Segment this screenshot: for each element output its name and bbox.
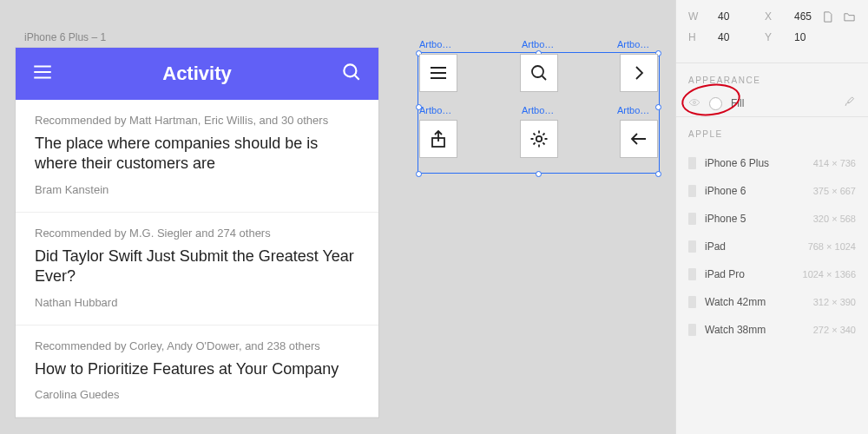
height-value[interactable]: 40 bbox=[718, 31, 746, 43]
article-item[interactable]: Recommended by Corley, Andy O'Dower, and… bbox=[16, 326, 378, 418]
device-dimensions: 320 × 568 bbox=[813, 214, 856, 224]
width-label: W bbox=[688, 10, 699, 23]
height-label: H bbox=[688, 31, 699, 43]
artboard-name[interactable]: Artbo… bbox=[419, 39, 451, 49]
search-icon[interactable] bbox=[340, 61, 363, 87]
artboard-label: iPhone 6 Plus – 1 bbox=[24, 31, 106, 43]
recommendation-text: Recommended by Matt Hartman, Eric Willis… bbox=[35, 114, 359, 127]
device-name: Watch 42mm bbox=[705, 296, 766, 308]
icon-artboard-hamburger[interactable] bbox=[419, 54, 457, 92]
icon-artboard-search[interactable] bbox=[520, 54, 558, 92]
inspector-panel: W 40 X 465 H 40 Y 10 APPEARANCE Fill APP… bbox=[675, 0, 868, 434]
device-name: iPhone 6 Plus bbox=[705, 157, 769, 169]
section-title: APPLE bbox=[676, 129, 868, 139]
article-author: Bram Kanstein bbox=[35, 183, 359, 196]
icon-artboard-gear[interactable] bbox=[520, 120, 558, 158]
artboard-name[interactable]: Artbo… bbox=[522, 105, 554, 115]
article-item[interactable]: Recommended by Matt Hartman, Eric Willis… bbox=[16, 100, 378, 213]
visibility-icon[interactable] bbox=[688, 96, 700, 111]
svg-point-3 bbox=[536, 136, 541, 141]
device-thumb-icon bbox=[688, 213, 696, 225]
device-preset[interactable]: iPhone 6 375 × 667 bbox=[676, 177, 868, 205]
device-dimensions: 312 × 390 bbox=[813, 297, 856, 307]
device-dimensions: 414 × 736 bbox=[813, 158, 856, 168]
icon-artboard-arrow-left[interactable] bbox=[620, 120, 658, 158]
geometry-section: W 40 X 465 H 40 Y 10 bbox=[676, 0, 868, 63]
icon-artboards-selection[interactable]: Artbo… Artbo… Artbo… Artbo… Artbo… Artbo… bbox=[419, 54, 658, 186]
device-dimensions: 1024 × 1366 bbox=[803, 269, 856, 279]
width-value[interactable]: 40 bbox=[718, 10, 746, 23]
device-name: iPhone 5 bbox=[705, 213, 746, 225]
device-dimensions: 375 × 667 bbox=[813, 186, 856, 196]
device-preset[interactable]: iPad 768 × 1024 bbox=[676, 233, 868, 260]
phone-header: Activity bbox=[16, 48, 378, 100]
page-title: Activity bbox=[54, 62, 340, 85]
svg-point-1 bbox=[532, 66, 543, 77]
article-item[interactable]: Recommended by M.G. Siegler and 274 othe… bbox=[16, 213, 378, 326]
page-icon[interactable] bbox=[821, 10, 834, 26]
section-title: APPEARANCE bbox=[688, 76, 856, 85]
device-preset[interactable]: Watch 38mm 272 × 340 bbox=[676, 316, 868, 344]
resize-handle[interactable] bbox=[655, 104, 661, 110]
device-preset[interactable]: iPhone 5 320 × 568 bbox=[676, 205, 868, 233]
device-name: iPad Pro bbox=[705, 268, 745, 280]
device-dimensions: 768 × 1024 bbox=[808, 241, 856, 252]
appearance-section: APPEARANCE Fill bbox=[676, 63, 868, 117]
eyedropper-icon[interactable] bbox=[843, 95, 856, 111]
artboard-name[interactable]: Artbo… bbox=[419, 105, 451, 115]
phone-artboard[interactable]: Activity Recommended by Matt Hartman, Er… bbox=[16, 48, 378, 418]
svg-point-0 bbox=[344, 64, 356, 76]
svg-point-4 bbox=[694, 101, 696, 103]
hamburger-icon[interactable] bbox=[31, 61, 54, 87]
recommendation-text: Recommended by Corley, Andy O'Dower, and… bbox=[35, 339, 359, 352]
icon-artboard-share[interactable] bbox=[419, 120, 457, 158]
device-name: iPad bbox=[705, 240, 726, 253]
article-headline: How to Prioritize Features at Your Compa… bbox=[35, 359, 359, 379]
article-author: Carolina Guedes bbox=[35, 388, 359, 401]
resize-handle[interactable] bbox=[416, 171, 422, 177]
fill-swatch[interactable] bbox=[709, 97, 722, 110]
fill-row[interactable]: Fill bbox=[688, 95, 856, 111]
article-author: Nathan Hubbard bbox=[35, 296, 359, 309]
artboard-name[interactable]: Artbo… bbox=[617, 39, 649, 49]
icon-artboard-chevron-right[interactable] bbox=[620, 54, 658, 92]
device-preset[interactable]: iPad Pro 1024 × 1366 bbox=[676, 260, 868, 288]
resize-handle[interactable] bbox=[536, 171, 542, 177]
device-thumb-icon bbox=[688, 268, 696, 280]
article-headline: Did Taylor Swift Just Submit the Greates… bbox=[35, 247, 359, 287]
device-thumb-icon bbox=[688, 240, 696, 253]
folder-icon[interactable] bbox=[843, 10, 856, 26]
device-preset[interactable]: Watch 42mm 312 × 390 bbox=[676, 288, 868, 316]
device-preset[interactable]: iPhone 6 Plus 414 × 736 bbox=[676, 149, 868, 177]
article-headline: The place where companies should be is w… bbox=[35, 134, 359, 174]
artboard-name[interactable]: Artbo… bbox=[522, 39, 554, 49]
recommendation-text: Recommended by M.G. Siegler and 274 othe… bbox=[35, 227, 359, 240]
canvas-area[interactable]: iPhone 6 Plus – 1 Activity Recommended b… bbox=[0, 0, 675, 434]
device-preset-section: APPLE iPhone 6 Plus 414 × 736 iPhone 6 3… bbox=[676, 117, 868, 434]
y-value[interactable]: 10 bbox=[794, 31, 822, 43]
x-value[interactable]: 465 bbox=[794, 10, 822, 23]
fill-label: Fill bbox=[731, 97, 744, 109]
device-thumb-icon bbox=[688, 185, 696, 197]
device-name: Watch 38mm bbox=[705, 324, 766, 336]
device-thumb-icon bbox=[688, 296, 696, 308]
y-label: Y bbox=[765, 31, 775, 43]
x-label: X bbox=[765, 10, 775, 23]
device-dimensions: 272 × 340 bbox=[813, 325, 856, 335]
resize-handle[interactable] bbox=[655, 171, 661, 177]
artboard-name[interactable]: Artbo… bbox=[617, 105, 649, 115]
device-name: iPhone 6 bbox=[705, 185, 746, 197]
device-thumb-icon bbox=[688, 157, 696, 169]
device-thumb-icon bbox=[688, 324, 696, 336]
